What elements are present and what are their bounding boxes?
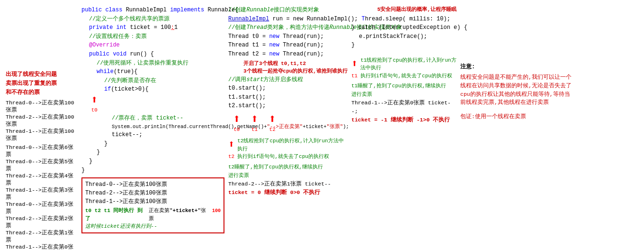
t2-ticket-val: ticket = 0 继续判断 0>0 不执行	[228, 188, 348, 197]
middle-line6: t1.start();	[228, 93, 348, 102]
t1-desc3: t1睡醒了,抢到了cpu的执行权,继续执行	[351, 83, 446, 89]
t2-ticket-value: ticket = 0 继续判断 0>0 不执行	[228, 189, 320, 195]
list-item: Thread-2-->正在卖第2张票	[6, 215, 78, 229]
issue-title1: 出现了线程安全问题	[6, 70, 78, 78]
list-item: Thread-2-->正在卖第4张票	[6, 172, 78, 186]
left-column: 出现了线程安全问题 卖票出现了重复的票 和不存在的票 Thread-0-->正在…	[4, 4, 80, 250]
t0-up-arrow-icon: ⬆	[233, 113, 241, 126]
code-close4: }	[81, 166, 224, 175]
list-item: Thread-0-->正在卖第5张票	[6, 158, 78, 172]
right-inner: 注意: 线程安全问题是不能产生的,我们可以让一个 线程在访问共享数据的时候,无论…	[460, 6, 599, 121]
note-line5: 包证:使用一个线程在卖票	[460, 112, 599, 121]
sleep-code-line: Thread.sleep( millis: 10);	[351, 15, 456, 24]
code-comment5: //票存在，卖票 ticket--	[81, 114, 224, 123]
list-item: Thread-2-->正在卖第100张票	[6, 113, 78, 128]
list-item: Thread-1-->正在卖第100张票	[6, 128, 78, 142]
code-line-class: public class RunnableImpl implements Run…	[81, 6, 224, 15]
middle-comment3: //调用start方法开启多线程	[228, 75, 348, 84]
t2-desc3: t2睡醒了,抢到了cpu的执行权,继续执行	[228, 164, 323, 170]
code-while: while(true){	[81, 67, 224, 76]
middle-column: //创建Runnable接口的实现类对象 RunnableImpl run = …	[226, 4, 349, 250]
code-ticket-minus: ticket--;	[81, 130, 224, 139]
bottom-box-line3: Thread-1-->正在卖第100张票	[85, 197, 221, 206]
t1-thread-output: Thread-1-->正在卖第0张票 ticket--;	[351, 100, 451, 114]
t2-desc3-block: t2睡醒了,抢到了cpu的执行权,继续执行	[228, 163, 348, 171]
code-override: @Override	[81, 41, 224, 50]
main-arrows-row: ⬆ t0 ⬆ t1 ⬆ t2	[233, 113, 348, 134]
list-item: Thread-0-->正在卖第6张票	[6, 144, 78, 158]
t1-desc4: 进行卖票	[351, 92, 372, 97]
t2-desc4-block: 进行卖票	[228, 171, 348, 180]
list-item: Thread-1-->正在卖第0张票	[6, 243, 78, 250]
thread-output-list: Thread-0-->正在卖第100张票 Thread-2-->正在卖第100张…	[6, 99, 78, 250]
t2-up-arrow-icon: ⬆	[268, 113, 276, 126]
list-item: Thread-0-->正在卖第3张票	[6, 201, 78, 215]
t1-arrow-row: ⬆ t1 t1线程抢到了cpu的执行权,计入到run方法中执行 执行到if语句句…	[351, 56, 456, 80]
t0-arrow-icon: ⬆	[91, 95, 98, 106]
catch-line: } catch (InterruptedException e) {	[351, 23, 456, 32]
code-run: public void run() {	[81, 50, 224, 59]
bottom-box-line1: Thread-0-->正在卖第100张票	[85, 180, 221, 189]
bottom-code-part: 正在卖第"+ticket+"张票	[149, 207, 210, 222]
t1-arrow-icon: ⬆	[351, 56, 358, 72]
t2-main-label: t2	[269, 126, 276, 134]
t1-desc1: t1线程抢到了cpu的执行权,计入到run方法中执行	[360, 56, 456, 72]
issue-title2: 卖票出现了重复的票	[6, 79, 78, 87]
code-close3: }	[81, 157, 224, 166]
t1-ticket-value: ticket = -1 继续判断 -1>0 不执行	[351, 117, 450, 123]
t2-desc1: t2线程抢到了cpu的执行权,计入到run方法中执行	[237, 137, 348, 153]
code-comment2: //设置线程任务：卖票	[81, 32, 224, 41]
thread-annotations: 开启了3个线程 t0,t1,t2 3个线程一起抢夺cpu的执行权,谁抢到谁执行	[228, 60, 348, 75]
t0-arrow-container: ⬆ t0	[91, 95, 224, 114]
code-comment3: //使用死循环，让卖票操作重复执行	[81, 59, 224, 68]
catch-code: } catch (InterruptedException e) {	[351, 24, 467, 31]
list-item: Thread-0-->正在卖第100张票	[6, 99, 78, 113]
code-column: public class RunnableImpl implements Run…	[80, 4, 226, 250]
t1-desc-block: t1线程抢到了cpu的执行权,计入到run方法中执行 执行到if语句句,就失去了…	[360, 56, 456, 80]
code-comment4: //先判断票是否存在	[81, 76, 224, 85]
issue-title3: 和不存在的票	[6, 88, 78, 96]
note-header: 注意:	[460, 63, 599, 71]
middle-line3: Thread t1 = new Thread(run);	[228, 41, 348, 50]
t1-up-arrow-icon: ⬆	[251, 113, 259, 126]
code-comment1: //定义一个多个线程共享的票源	[81, 15, 224, 24]
code-close2: }	[81, 148, 224, 157]
t0-label: t0	[91, 106, 98, 114]
ticket-100: 100	[212, 207, 221, 214]
sleep-annotation: 5安全问题出现的概率,让程序睡眠	[351, 6, 456, 14]
print-stack-code: e.printStackTrace();	[359, 33, 427, 40]
annotation1: 开启了3个线程 t0,t1,t2	[243, 60, 348, 68]
note-label: 注意:	[460, 64, 475, 70]
t2-arrow-row: ⬆ t2 t2线程抢到了cpu的执行权,计入到run方法中执行 执行到if语句句…	[228, 137, 348, 161]
t0-main-arrow: ⬆ t0	[233, 113, 241, 134]
print-stack-line: e.printStackTrace();	[351, 32, 456, 41]
t1-main-arrow: ⬆ t1	[251, 113, 259, 134]
code-println: System.out.println(Thread.currentThread(…	[81, 123, 224, 130]
code-if: if(ticket>0){	[81, 85, 224, 94]
t1-arrow-col: ⬆ t1	[351, 56, 358, 80]
bottom-annotation-row: t0 t2 t1 同时执行 到了 正在卖第"+ticket+"张票 100	[85, 207, 221, 222]
t2-desc4: 进行卖票	[228, 173, 249, 178]
t2-second-arrow: ⬆ t2	[228, 137, 234, 161]
t2-thread-out: Thread-2-->正在卖第1张票 ticket--	[228, 180, 348, 188]
annotation2: 3个线程一起抢夺cpu的执行权,谁抢到谁执行	[243, 67, 348, 75]
middle-comment2: //创建Thread类对象，构造方法中传递Runnable接口的实现类对象	[228, 23, 348, 32]
middle-line7: t2.start();	[228, 102, 348, 111]
list-item: Thread-2-->正在卖第1张票	[6, 229, 78, 243]
note-line2: 线程在访问共享数据的时候,无论是否失去了	[460, 82, 599, 90]
code-line-ticket: private int ticket = 100;1	[81, 23, 224, 32]
sleep-code-text: hread.sleep( millis: 10);	[365, 16, 450, 22]
middle-line2: Thread t0 = new Thread(run);	[228, 32, 348, 41]
t1-thread-out: Thread-1-->正在卖第0张票 ticket--;	[351, 99, 456, 116]
close-code: }	[351, 42, 355, 48]
t1-main-label: t1	[251, 126, 258, 134]
t2-desc-block: t2线程抢到了cpu的执行权,计入到run方法中执行 执行到if语句句,就失去了…	[237, 137, 348, 161]
note-line4: 前线程卖完票,其他线程在进行卖票	[460, 98, 599, 107]
t2-thread-output: Thread-2-->正在卖第1张票 ticket--	[228, 181, 331, 187]
middle-line5: t0.start();	[228, 84, 348, 93]
t1-desc4-block: 进行卖票	[351, 90, 456, 99]
t1-desc2: 执行到if语句句,就失去了cpu的执行权	[360, 72, 456, 80]
arrows-column: 5安全问题出现的概率,让程序睡眠 Thread.sleep( millis: 1…	[349, 4, 458, 250]
t2-second-label: t2	[228, 153, 234, 161]
main-container: 出现了线程安全问题 卖票出现了重复的票 和不存在的票 Thread-0-->正在…	[0, 0, 644, 250]
